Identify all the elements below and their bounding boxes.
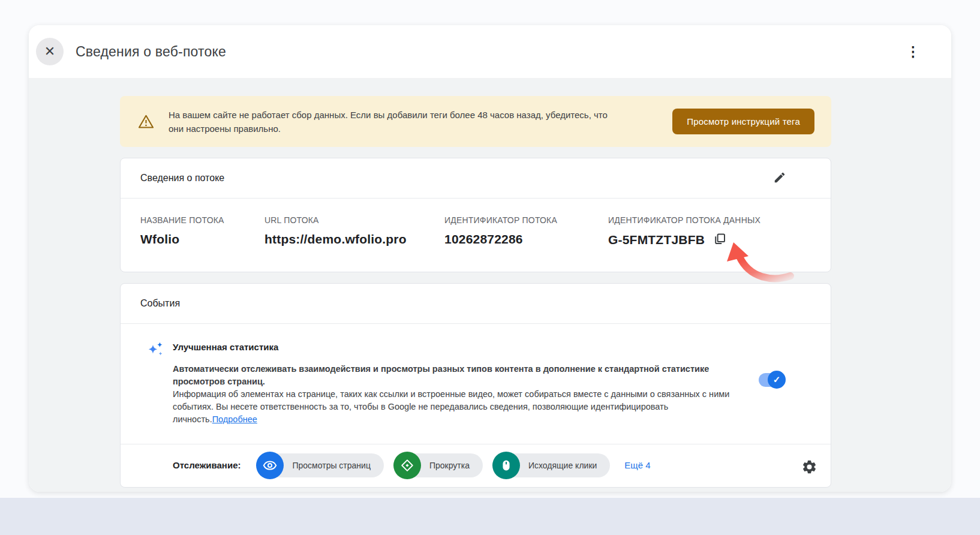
copy-icon (713, 232, 727, 248)
events-card: События Улуч (120, 283, 831, 488)
enhanced-measurement-title: Улучшенная статистика (173, 342, 742, 352)
gear-icon (801, 459, 817, 477)
content-column: На вашем сайте не работает сбор данных. … (120, 78, 831, 488)
field-stream-id: ИДЕНТИФИКАТОР ПОТОКА 10262872286 (444, 215, 608, 248)
more-options-button[interactable]: ⋮ (901, 41, 925, 62)
copy-measurement-id-button[interactable] (713, 232, 727, 248)
warning-text: На вашем сайте не работает сбор данных. … (169, 108, 615, 136)
warning-icon (138, 114, 164, 129)
web-stream-details-window: ✕ Сведения о веб-потоке ⋮ (29, 25, 951, 492)
tracking-settings-button[interactable] (801, 459, 817, 477)
page-title: Сведения о веб-потоке (76, 44, 226, 60)
field-stream-url: URL ПОТОКА https://demo.wfolio.pro (264, 215, 444, 248)
page: ✕ Сведения о веб-потоке ⋮ (0, 0, 980, 535)
kebab-icon: ⋮ (906, 44, 920, 59)
edit-stream-button[interactable] (773, 171, 786, 186)
window-body: На вашем сайте не работает сбор данных. … (29, 78, 951, 492)
field-label: НАЗВАНИЕ ПОТОКА (140, 215, 264, 225)
eye-icon (256, 452, 284, 479)
field-stream-name: НАЗВАНИЕ ПОТОКА Wfolio (140, 215, 264, 248)
stream-details-card-header: Сведения о потоке (121, 158, 831, 199)
window-header: ✕ Сведения о веб-потоке ⋮ (29, 25, 951, 78)
events-title: События (140, 298, 180, 309)
field-measurement-id: ИДЕНТИФИКАТОР ПОТОКА ДАННЫХ G-5FMTZTJBFB (608, 215, 760, 248)
chip-outbound-clicks[interactable]: Исходящие клики (494, 453, 610, 477)
close-button[interactable]: ✕ (36, 38, 64, 65)
enhanced-description-bold: Автоматически отслеживать взаимодействия… (173, 363, 742, 388)
learn-more-link[interactable]: Подробнее (212, 414, 257, 424)
chip-page-views[interactable]: Просмотры страниц (257, 453, 383, 477)
field-value: G-5FMTZTJBFB (608, 233, 705, 247)
edit-icon (773, 171, 786, 186)
more-events-link[interactable]: Ещё 4 (624, 460, 650, 470)
chip-label: Прокрутка (429, 461, 470, 470)
enhanced-description: Информация об элементах на странице, так… (173, 388, 742, 426)
field-value: Wfolio (140, 232, 264, 247)
stream-details-card: Сведения о потоке НАЗВАНИЕ ПОТОКА (120, 158, 831, 272)
tracking-label: Отслеживание: (173, 460, 241, 470)
chip-label: Исходящие клики (528, 461, 597, 470)
field-label: ИДЕНТИФИКАТОР ПОТОКА ДАННЫХ (608, 215, 760, 225)
chip-label: Просмотры страниц (292, 461, 370, 470)
warning-banner: На вашем сайте не работает сбор данных. … (120, 96, 831, 147)
events-card-header: События (121, 284, 831, 324)
field-value: 10262872286 (444, 232, 608, 247)
tracking-row: Отслеживание: Просмотры страниц (121, 444, 831, 487)
enhanced-measurement-section: Улучшенная статистика Автоматически отсл… (121, 324, 831, 444)
stream-details-title: Сведения о потоке (140, 173, 224, 184)
toggle-thumb: ✓ (768, 371, 786, 389)
chip-scrolls[interactable]: Прокрутка (395, 453, 483, 477)
field-label: URL ПОТОКА (264, 215, 444, 225)
field-label: ИДЕНТИФИКАТОР ПОТОКА (444, 215, 608, 225)
sparkle-icon (146, 341, 164, 361)
scroll-icon (393, 452, 421, 479)
toggle-check-icon: ✓ (773, 374, 781, 384)
stream-fields: НАЗВАНИЕ ПОТОКА Wfolio URL ПОТОКА https:… (121, 199, 831, 272)
enhanced-measurement-toggle[interactable]: ✓ (759, 373, 784, 387)
view-tag-instructions-button[interactable]: Просмотр инструкций тега (672, 109, 814, 134)
field-value: https://demo.wfolio.pro (264, 232, 444, 247)
page-background-strip (0, 498, 980, 535)
mouse-icon (492, 452, 520, 479)
close-icon: ✕ (44, 44, 55, 59)
